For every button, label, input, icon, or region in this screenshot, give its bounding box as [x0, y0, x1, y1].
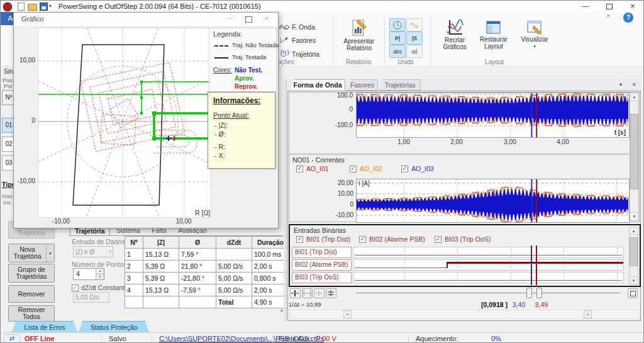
- table-row[interactable]: 415,13 Ω-7,59 °5,00 Ω/s2,00 s: [125, 284, 289, 296]
- time-cursor-line[interactable]: [531, 245, 532, 285]
- dock-close-icon[interactable]: ×: [632, 81, 636, 88]
- cursor-slider-handle-2[interactable]: [536, 288, 542, 298]
- grupo-trajetorias-button[interactable]: Grupo de Trajetórias: [8, 264, 55, 283]
- bi02-trace[interactable]: [353, 259, 624, 271]
- dock-splitter[interactable]: [284, 79, 287, 321]
- grafico-window[interactable]: Gráfico — × X [Ω] 10,00 0 -10,00 -10,00 …: [13, 12, 279, 228]
- bi03-trace[interactable]: [353, 272, 624, 283]
- maximize-icon: [606, 4, 613, 9]
- panel-divider[interactable]: [289, 154, 629, 155]
- h-scroll-left-arrow[interactable]: <: [343, 310, 352, 318]
- ribbon-item-trajetoria[interactable]: Trajetória: [277, 49, 321, 59]
- remover-todos-button[interactable]: Remover Todos: [8, 305, 55, 322]
- new-file-icon[interactable]: [18, 3, 25, 11]
- table-row[interactable]: Total4,90 s: [125, 296, 289, 308]
- unids-secondary-button[interactable]: |S: [406, 31, 423, 45]
- maximize-button[interactable]: [599, 1, 618, 12]
- left-label-2: Por: [4, 83, 13, 89]
- unids-time-button[interactable]: [389, 18, 406, 31]
- informacoes-title: Informações:: [213, 96, 260, 105]
- restaurar-layout-button[interactable]: Restaurar Layout: [474, 17, 514, 59]
- ribbon-item-fonda[interactable]: F. Onda: [277, 23, 317, 31]
- cursor-slider-handle-1[interactable]: [526, 288, 532, 298]
- h-scroll-right-arrow[interactable]: >: [584, 310, 592, 318]
- charts-icon: [446, 19, 464, 37]
- apresentar-relatorio-button[interactable]: Apresentar Relatório: [338, 17, 380, 59]
- cursor-range-icon: [303, 290, 311, 297]
- tab-status-protecao[interactable]: Status Proteção: [79, 321, 149, 332]
- panel-maximize-button[interactable]: [628, 288, 638, 298]
- unids-sine-button[interactable]: [406, 18, 423, 31]
- cursor-tool-button-1[interactable]: [290, 288, 301, 298]
- tab-trajetorias[interactable]: Trajetórias: [379, 79, 421, 91]
- unids-primary-button[interactable]: P|: [389, 31, 406, 45]
- ribbon-collapse-icon[interactable]: ^: [603, 14, 613, 23]
- binary-scrollbar-up-arrow[interactable]: ▴: [629, 227, 638, 235]
- recriar-graficos-button[interactable]: Recriar Gráficos: [436, 17, 474, 59]
- group-label-relatorio: Relatório: [338, 59, 379, 65]
- dock-menu-icon[interactable]: ▾: [619, 82, 622, 87]
- bi02-checkbox[interactable]: ✓ BI02 (Alarme PSB): [359, 235, 425, 243]
- scrollbar-thumb[interactable]: [630, 114, 638, 189]
- bi01-trace[interactable]: [353, 247, 624, 258]
- ao-i01-label: AO_I01: [306, 165, 329, 172]
- binary-low-segment: [355, 280, 622, 281]
- grafico-titlebar[interactable]: Gráfico — ×: [14, 13, 278, 27]
- group-divider: [333, 16, 333, 65]
- unids-abs-button[interactable]: abs: [389, 45, 406, 58]
- cursor-tool-button-2[interactable]: [302, 288, 313, 298]
- status-divider: [152, 334, 152, 342]
- nova-trajetoria-button[interactable]: Nova Trajetória ▾: [8, 244, 55, 262]
- close-button[interactable]: ×: [622, 1, 643, 13]
- ao-i03-checkbox[interactable]: ✓ AO_I03: [401, 165, 434, 172]
- numero-pontos-spinner[interactable]: 4 ▴ ▾: [73, 268, 104, 280]
- spinner-up-icon[interactable]: ▴: [96, 269, 104, 274]
- points-table[interactable]: Nº|Z|ØdZdtDuração 115,13 Ω7,59 °100,0 ms…: [125, 236, 289, 308]
- entrada-dados-combo[interactable]: |Z| e Ø ▾: [73, 246, 113, 257]
- open-file-icon[interactable]: [28, 4, 37, 11]
- bi03-checkbox[interactable]: ✓ BI03 (Trip OoS): [435, 235, 491, 243]
- form-scroll-down-icon[interactable]: ▾: [280, 308, 283, 313]
- impedance-plot[interactable]: [38, 28, 211, 218]
- sync-icon[interactable]: ⇄: [4, 334, 20, 343]
- grafico-close-icon[interactable]: ×: [264, 14, 269, 23]
- grafico-minimize-icon[interactable]: —: [226, 14, 233, 21]
- table-cell: [179, 296, 216, 308]
- table-row[interactable]: 35,39 Ω-21,80 °5,00 Ω/s0,800 s: [125, 273, 289, 284]
- spinner-down-icon[interactable]: ▾: [96, 274, 104, 279]
- time-cursor-line[interactable]: [536, 245, 537, 285]
- ao-i01-checkbox[interactable]: ✓ AO_I01: [296, 165, 329, 172]
- remover-button[interactable]: Remover: [8, 285, 55, 303]
- binary-scrollbar-thumb[interactable]: [630, 237, 638, 266]
- bi01-checkbox[interactable]: ✓ BI01 (Trip Dist): [296, 235, 350, 243]
- current-axis-label: I [A]: [358, 180, 370, 187]
- quickaccess-dropdown-icon[interactable]: ▾: [49, 3, 52, 9]
- ribbon-item-fasores[interactable]: Fasores: [277, 36, 318, 45]
- cursor-slider-track[interactable]: [356, 293, 620, 293]
- cursor-tool-button-4[interactable]: [326, 288, 336, 298]
- cursor-tool-button-3[interactable]: [314, 288, 325, 298]
- unids-rel-button[interactable]: rel: [406, 45, 423, 58]
- grafico-restore-icon[interactable]: [245, 16, 252, 23]
- tab-lista-de-erros[interactable]: Lista de Erros: [12, 321, 77, 332]
- waveform-current-plot[interactable]: [356, 179, 630, 223]
- table-row[interactable]: 25,39 Ω21,80 °5,00 Ω/s2,00 s: [125, 261, 289, 273]
- tab-forma-de-onda[interactable]: Forma de Onda: [290, 79, 345, 91]
- ao-i02-checkbox[interactable]: ✓ AO_I02: [350, 165, 382, 172]
- dzdt-value-field[interactable]: 5,00 Ω/s: [73, 292, 109, 303]
- waveform-voltage-plot[interactable]: [356, 93, 630, 138]
- tab-fasores[interactable]: Fasores: [347, 79, 378, 91]
- minimize-button[interactable]: —: [576, 1, 595, 12]
- left-tab-sinal[interactable]: Sin: [4, 68, 13, 75]
- split-dropdown-icon[interactable]: ▾: [46, 244, 54, 262]
- scrollbar-down-arrow[interactable]: ▾: [630, 212, 639, 221]
- dzdt-checkbox[interactable]: ✓: [72, 283, 79, 291]
- binary-scrollbar-down-arrow[interactable]: ▾: [629, 276, 638, 284]
- save-icon[interactable]: [40, 3, 48, 11]
- scrollbar-up-arrow[interactable]: ▴: [630, 93, 639, 101]
- help-icon[interactable]: ?: [623, 13, 633, 23]
- app-window: { "titlebar": { "title": "PowerSwing e O…: [0, 0, 644, 343]
- table-row[interactable]: 115,13 Ω7,59 °100,0 ms: [125, 249, 289, 261]
- visualizar-button[interactable]: Visualizar ▾: [515, 17, 554, 59]
- ao-i02-label: AO_I02: [360, 165, 382, 172]
